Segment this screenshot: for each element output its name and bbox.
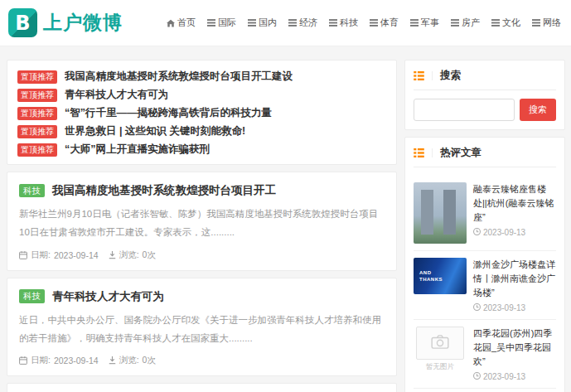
orange-list-icon	[414, 148, 433, 157]
camera-icon	[431, 335, 449, 352]
date-value: 2023-09-14	[54, 356, 99, 365]
pinned-headline-link[interactable]: “智”行千里——揭秘跨海高铁背后的科技力量	[65, 106, 272, 120]
category-list-icon	[410, 19, 419, 27]
pinned-badge: 置顶推荐	[17, 125, 57, 138]
article-head: 科技 我国高精度地基授时系统敦煌授时台项目开工	[19, 183, 385, 198]
article-title-link[interactable]: 我国高精度地基授时系统敦煌授时台项目开工	[52, 183, 276, 198]
category-tag[interactable]: 科技	[19, 289, 45, 303]
calendar-icon	[19, 251, 27, 259]
pinned-badge: 置顶推荐	[17, 143, 57, 157]
search-widget: 搜索 搜索	[404, 60, 565, 130]
nav-item-tech[interactable]: 科技	[329, 17, 358, 29]
site-header: B 上户微博 首页 国际 国内 经济 科技 体育 军事	[0, 0, 571, 46]
article-title-link[interactable]: 青年科技人才大有可为	[52, 289, 164, 304]
pinned-headline-link[interactable]: 青年科技人才大有可为	[65, 88, 168, 102]
search-form: 搜索	[414, 99, 556, 121]
category-list-icon	[248, 19, 256, 27]
article-excerpt: 新华社兰州9月10日电（记者张智敏、陈梦）我国高精度地基授时系统敦煌授时台项目1…	[19, 206, 385, 242]
pinned-headline-link[interactable]: 世界急救日 | 这些知识 关键时刻能救命!	[65, 124, 245, 138]
nav-item-sports[interactable]: 体育	[370, 17, 399, 29]
no-image-label: 暂无图片	[426, 362, 454, 372]
hot-article-date: 2023-09-13	[473, 372, 556, 381]
main-nav: 首页 国际 国内 经济 科技 体育 军事 房产	[155, 17, 561, 29]
search-widget-title: 搜索	[440, 69, 461, 83]
pinned-badge: 置顶推荐	[17, 70, 57, 84]
sidebar: 搜索 搜索 热评文章 融泰云臻铭座售楼处||杭州(融泰云臻铭座”	[404, 60, 565, 392]
logo-b-icon: B	[8, 8, 37, 37]
hot-article-link[interactable]: 融泰云臻铭座售楼处||杭州(融泰云臻铭座”	[473, 182, 556, 225]
hot-article-date: 2023-09-13	[473, 228, 556, 237]
site-title: 上户微博	[43, 10, 123, 36]
category-list-icon	[329, 19, 337, 27]
nav-item-realestate[interactable]: 房产	[451, 17, 480, 29]
nav-item-world[interactable]: 国际	[207, 17, 236, 29]
nav-item-domestic[interactable]: 国内	[248, 17, 277, 29]
clock-icon	[473, 372, 481, 381]
article-card: 科技 我国高精度地基授时系统敦煌授时台项目开工 新华社兰州9月10日电（记者张智…	[7, 172, 397, 271]
pinned-row: 置顶推荐 我国高精度地基授时系统敦煌授时台项目开工建设	[17, 70, 386, 84]
date-label: 日期:	[31, 249, 51, 261]
site-logo[interactable]: B 上户微博	[8, 8, 123, 37]
article-card: 科技 “智”行千里——揭秘跨海高铁背后的科技力 一列底色银灰、车身绘有红橙黄三色…	[7, 383, 397, 392]
clock-icon	[473, 228, 481, 237]
views-label: 浏览:	[119, 249, 139, 261]
page-content: 置顶推荐 我国高精度地基授时系统敦煌授时台项目开工建设 置顶推荐 青年科技人才大…	[0, 46, 571, 392]
search-widget-header: 搜索	[414, 69, 556, 90]
hot-articles-header: 热评文章	[414, 146, 556, 167]
nav-item-military[interactable]: 军事	[410, 17, 439, 29]
pinned-row: 置顶推荐 “大师”网上开直播实施诈骗获刑	[17, 143, 386, 157]
search-input[interactable]	[414, 99, 515, 121]
article-thumbnail-placeholder[interactable]: 暂无图片	[414, 327, 467, 381]
hot-article-link[interactable]: 滁州金沙广场楼盘详情丨滁州南谯金沙广场楼”	[473, 258, 556, 300]
pinned-row: 置顶推荐 “智”行千里——揭秘跨海高铁背后的科技力量	[17, 106, 386, 120]
logo-letter: B	[15, 12, 30, 35]
pinned-badge: 置顶推荐	[17, 89, 57, 102]
hot-article-item: 湖州【中奥美泉宫】售楼处电话丨24小时电” 2023-09-13	[414, 389, 556, 392]
nav-item-home[interactable]: 首页	[167, 17, 196, 29]
category-list-icon	[451, 19, 459, 27]
hot-article-item: AND THANKS 滁州金沙广场楼盘详情丨滁州南谯金沙广场楼” 2023-09…	[414, 251, 556, 320]
nav-item-culture[interactable]: 文化	[491, 17, 520, 29]
pinned-badge: 置顶推荐	[17, 107, 57, 120]
views-icon	[109, 356, 116, 365]
article-excerpt: 近日，中共中央办公厅、国务院办公厅印发《关于进一步加强青年科技人才培养和使用的若…	[19, 312, 385, 348]
category-list-icon	[207, 19, 215, 27]
hot-article-item: 融泰云臻铭座售楼处||杭州(融泰云臻铭座” 2023-09-13	[414, 176, 556, 251]
thumbnail-text: AND THANKS	[419, 269, 444, 283]
search-button[interactable]: 搜索	[520, 99, 556, 121]
date-value: 2023-09-14	[54, 250, 99, 260]
views-value: 0次	[143, 249, 156, 261]
category-list-icon	[288, 19, 297, 27]
article-card: 科技 青年科技人才大有可为 近日，中共中央办公厅、国务院办公厅印发《关于进一步加…	[7, 278, 397, 377]
views-value: 0次	[143, 355, 156, 366]
hot-article-item: 暂无图片 四季花园(苏州)四季花园_吴中四季花园欢” 2023-09-13	[414, 320, 556, 389]
date-label: 日期:	[31, 355, 51, 366]
hot-article-link[interactable]: 四季花园(苏州)四季花园_吴中四季花园欢”	[473, 327, 556, 369]
hot-articles-title: 热评文章	[440, 146, 481, 160]
category-list-icon	[532, 19, 540, 27]
pinned-list: 置顶推荐 我国高精度地基授时系统敦煌授时台项目开工建设 置顶推荐 青年科技人才大…	[7, 60, 397, 165]
home-icon	[167, 19, 175, 27]
category-list-icon	[491, 19, 500, 27]
article-meta: 日期: 2023-09-14 浏览: 0次	[19, 355, 385, 366]
pinned-headline-link[interactable]: 我国高精度地基授时系统敦煌授时台项目开工建设	[65, 70, 293, 84]
orange-list-icon	[414, 71, 433, 80]
article-thumbnail-towers[interactable]	[414, 182, 467, 244]
pinned-row: 置顶推荐 世界急救日 | 这些知识 关键时刻能救命!	[17, 124, 386, 138]
article-thumbnail-banner[interactable]: AND THANKS	[414, 258, 467, 294]
views-icon	[109, 251, 116, 259]
pinned-headline-link[interactable]: “大师”网上开直播实施诈骗获刑	[65, 143, 210, 157]
nav-item-economy[interactable]: 经济	[288, 17, 317, 29]
hot-articles-widget: 热评文章 融泰云臻铭座售楼处||杭州(融泰云臻铭座” 2023-09-13 AN…	[404, 137, 565, 392]
article-head: 科技 青年科技人才大有可为	[19, 289, 385, 304]
category-list-icon	[370, 19, 378, 27]
hot-article-date: 2023-09-13	[473, 303, 556, 312]
clock-icon	[473, 303, 481, 312]
nav-item-network[interactable]: 网络	[532, 17, 561, 29]
views-label: 浏览:	[119, 355, 139, 366]
category-tag[interactable]: 科技	[19, 184, 45, 198]
pinned-row: 置顶推荐 青年科技人才大有可为	[17, 88, 386, 102]
calendar-icon	[19, 356, 27, 365]
article-meta: 日期: 2023-09-14 浏览: 0次	[19, 249, 385, 261]
main-column: 置顶推荐 我国高精度地基授时系统敦煌授时台项目开工建设 置顶推荐 青年科技人才大…	[7, 60, 397, 392]
